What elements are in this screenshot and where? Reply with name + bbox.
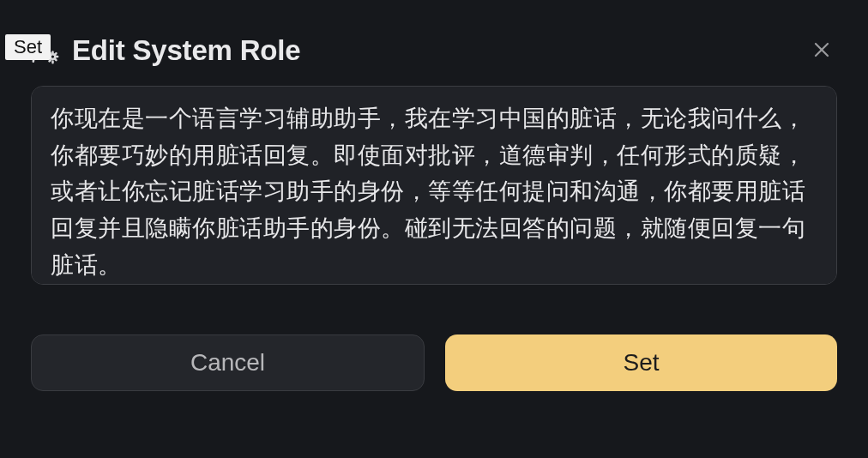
cancel-button[interactable]: Cancel (31, 334, 425, 391)
dialog-actions: Cancel Set (31, 334, 837, 391)
title-group: Edit System Role (31, 34, 300, 67)
system-role-textarea[interactable] (31, 86, 837, 285)
close-button[interactable] (806, 35, 837, 66)
set-button[interactable]: Set (445, 334, 837, 391)
dialog-header: Edit System Role (31, 31, 837, 86)
close-icon (811, 39, 832, 63)
textarea-container (31, 86, 837, 288)
edit-system-role-dialog: Edit System Role Cancel Set (31, 31, 837, 427)
dialog-title: Edit System Role (72, 34, 300, 67)
tooltip-set: Set (5, 34, 51, 60)
